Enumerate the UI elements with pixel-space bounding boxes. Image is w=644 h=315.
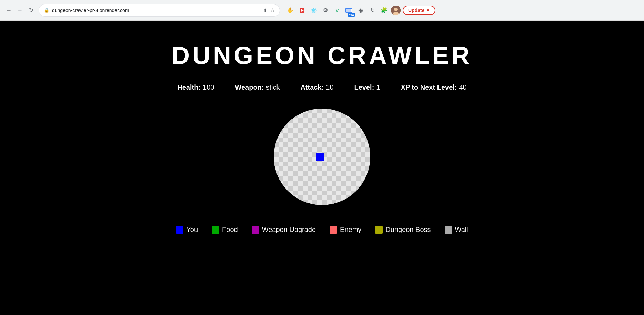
stats-bar: Health: 100 Weapon: stick Attack: 10 Lev… <box>177 83 467 91</box>
attack-stat: Attack: 10 <box>300 83 333 91</box>
weapon-stat: Weapon: stick <box>235 83 280 91</box>
game-area: DUNGEON CRAWLER Health: 100 Weapon: stic… <box>0 21 644 315</box>
weapon-label: Weapon: <box>235 83 264 91</box>
game-map <box>274 109 370 205</box>
screen-capture-icon[interactable]: New <box>344 6 354 15</box>
xp-value: 40 <box>459 83 467 91</box>
legend-item-wall: Wall <box>445 226 468 234</box>
bookmark-icon[interactable]: ☆ <box>270 7 275 13</box>
reload-button[interactable]: ↻ <box>26 6 36 15</box>
address-bar[interactable]: 🔒 dungeon-crawler-pr-4.onrender.com ⬆ ☆ <box>39 4 280 17</box>
legend-color-weapon-upgrade <box>252 226 259 234</box>
new-badge: New <box>348 13 355 17</box>
legend-color-dungeon-boss <box>375 226 383 234</box>
vue-icon[interactable]: V <box>332 6 342 15</box>
update-chevron-icon: ▼ <box>426 8 430 13</box>
legend-label-weapon-upgrade: Weapon Upgrade <box>262 226 316 234</box>
xp-stat: XP to Next Level: 40 <box>401 83 466 91</box>
profile-avatar[interactable] <box>391 6 401 15</box>
legend-item-enemy: Enemy <box>330 226 361 234</box>
legend-label-food: Food <box>222 226 238 234</box>
record-icon[interactable] <box>297 6 307 15</box>
svg-point-2 <box>313 9 315 11</box>
share-icon[interactable]: ⬆ <box>263 7 268 13</box>
legend-label-wall: Wall <box>455 226 468 234</box>
legend-item-you: You <box>176 226 198 234</box>
health-stat: Health: 100 <box>177 83 214 91</box>
legend-item-dungeon-boss: Dungeon Boss <box>375 226 431 234</box>
svg-rect-8 <box>346 9 351 12</box>
legend-item-food: Food <box>212 226 238 234</box>
legend-label-you: You <box>186 226 198 234</box>
eye-icon[interactable]: ◉ <box>356 6 365 15</box>
react-icon[interactable] <box>309 6 319 15</box>
attack-value: 10 <box>326 83 333 91</box>
menu-dots[interactable]: ⋮ <box>437 5 446 16</box>
xp-label: XP to Next Level: <box>401 83 457 91</box>
legend: YouFoodWeapon UpgradeEnemyDungeon BossWa… <box>176 226 468 234</box>
browser-chrome: ← → ↻ 🔒 dungeon-crawler-pr-4.onrender.co… <box>0 0 644 21</box>
back-button[interactable]: ← <box>4 6 14 15</box>
legend-color-enemy <box>330 226 337 234</box>
legend-color-food <box>212 226 219 234</box>
legend-label-enemy: Enemy <box>340 226 361 234</box>
game-viewport <box>274 109 370 205</box>
lock-icon: 🔒 <box>44 8 49 13</box>
forward-button[interactable]: → <box>15 6 25 15</box>
stop-hand-icon[interactable]: ✋ <box>285 6 295 15</box>
health-label: Health: <box>177 83 201 91</box>
nav-buttons: ← → ↻ <box>4 6 36 15</box>
gear-icon[interactable]: ⚙ <box>321 6 330 15</box>
game-title: DUNGEON CRAWLER <box>172 41 472 70</box>
toolbar-icons: ✋ ⚙ V New ◉ ↻ 🧩 Update ▼ ⋮ <box>285 5 446 16</box>
health-value: 100 <box>203 83 214 91</box>
weapon-value: stick <box>266 83 280 91</box>
level-value: 1 <box>376 83 380 91</box>
level-label: Level: <box>354 83 374 91</box>
player-token <box>316 153 324 161</box>
url-text: dungeon-crawler-pr-4.onrender.com <box>52 8 260 13</box>
attack-label: Attack: <box>300 83 324 91</box>
legend-color-you <box>176 226 183 234</box>
legend-color-wall <box>445 226 452 234</box>
legend-item-weapon-upgrade: Weapon Upgrade <box>252 226 316 234</box>
update-button[interactable]: Update ▼ <box>403 6 435 15</box>
svg-point-10 <box>394 8 398 11</box>
cast-icon[interactable]: ↻ <box>368 6 377 15</box>
legend-label-dungeon-boss: Dungeon Boss <box>385 226 431 234</box>
puzzle-icon[interactable]: 🧩 <box>379 6 389 15</box>
level-stat: Level: 1 <box>354 83 380 91</box>
